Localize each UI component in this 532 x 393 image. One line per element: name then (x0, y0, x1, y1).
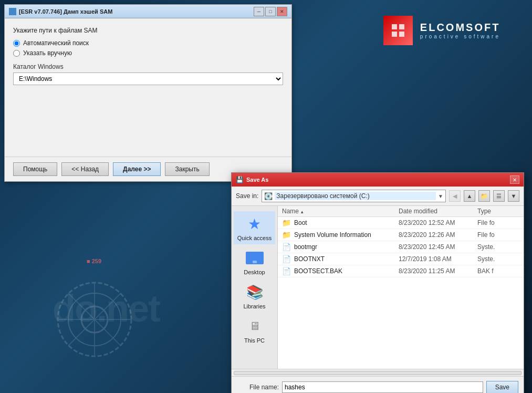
table-row[interactable]: 📁System Volume Information8/23/2020 12:2… (278, 229, 524, 241)
esr-back-button[interactable]: << Назад (61, 162, 109, 176)
saveas-filelist: 📁Boot8/23/2020 12:52 AMFile fo📁System Vo… (278, 217, 524, 369)
saveas-bottom: File name: Save Save as type: Текстовый … (232, 376, 524, 393)
scrollbar-track (234, 371, 521, 375)
svg-rect-0 (392, 24, 397, 29)
saveas-location-text: Зарезервировано системой (С:) (275, 192, 436, 200)
esr-maximize-button[interactable]: □ (265, 7, 276, 16)
file-name: BOOTNXT (294, 255, 399, 263)
saveas-filelist-container: Name Date modified Type 📁Boot8/23/2020 1… (278, 206, 524, 369)
saveas-title: Save As (246, 177, 268, 183)
saveas-location-dropdown-icon: ▼ (438, 193, 443, 199)
saveas-filename-label: File name: (237, 384, 279, 391)
table-row[interactable]: 📄bootmgr8/23/2020 12:45 AMSyste. (278, 241, 524, 253)
svg-rect-2 (392, 32, 397, 37)
saveas-up-button[interactable]: ▲ (464, 190, 475, 202)
esr-window-buttons: ─ □ ✕ (254, 7, 287, 16)
esr-title: [ESR v7.07.746] Дамп хэшей SAM (9, 8, 112, 15)
svg-rect-1 (399, 24, 404, 29)
esr-spacer (13, 85, 283, 148)
file-name: System Volume Information (294, 231, 399, 239)
table-row[interactable]: 📄BOOTSECT.BAK8/23/2020 11:25 AMBAK f (278, 265, 524, 277)
saveas-sidebar-quickaccess[interactable]: ★ Quick access (234, 211, 275, 244)
file-date: 8/23/2020 12:45 AM (399, 243, 477, 251)
esr-dialog: [ESR v7.07.746] Дамп хэшей SAM ─ □ ✕ Ука… (4, 4, 292, 182)
logo-icon (383, 16, 413, 45)
brand-name: ELCOMSOFT (420, 22, 500, 34)
saveas-back-button[interactable]: ◀ (449, 190, 461, 202)
saveas-title-left: 💾 Save As (236, 176, 268, 183)
saveas-close-button[interactable]: ✕ (510, 175, 519, 184)
libraries-icon: 📚 (245, 283, 264, 302)
col-type-header[interactable]: Type (477, 208, 519, 215)
table-row[interactable]: 📄BOOTNXT12/7/2019 1:08 AMSyste. (278, 253, 524, 265)
saveas-hscrollbar[interactable] (232, 369, 524, 376)
esr-next-button[interactable]: Далее >> (113, 162, 161, 176)
radio-auto-label: Автоматический поиск (23, 39, 89, 47)
esr-section-label: Укажите пути к файлам SAM (13, 27, 283, 34)
esr-catalog-label: Каталог Windows (13, 63, 283, 70)
col-name-header[interactable]: Name (282, 208, 399, 215)
quick-access-icon: ★ (245, 214, 264, 233)
esr-catalog-select[interactable]: E:\Windows (13, 73, 283, 85)
file-name: BOOTSECT.BAK (294, 267, 399, 275)
saveas-sidebar: ★ Quick access Desktop 📚 Libraries (232, 206, 278, 369)
esr-radio-group: Автоматический поиск Указать вручную (13, 39, 283, 57)
file-name: Boot (294, 219, 399, 226)
libraries-label: Libraries (243, 303, 265, 309)
saveas-location-drive-icon: 💽 (264, 192, 273, 200)
saveas-toolbar: Save in: 💽 Зарезервировано системой (С:)… (232, 187, 524, 206)
saveas-save-button[interactable]: Save (486, 381, 518, 393)
radio-manual-input[interactable] (13, 50, 20, 57)
saveas-app-icon: 💾 (236, 176, 244, 183)
saveas-view-dropdown[interactable]: ▼ (508, 190, 519, 202)
file-date: 8/23/2020 12:26 AM (399, 231, 477, 239)
file-date: 8/23/2020 12:52 AM (399, 219, 477, 226)
table-row[interactable]: 📁Boot8/23/2020 12:52 AMFile fo (278, 217, 524, 229)
this-pc-label: This PC (244, 337, 265, 344)
saveas-filename-row: File name: Save (237, 381, 518, 393)
radio-manual-item[interactable]: Указать вручную (13, 49, 283, 57)
file-type: File fo (477, 219, 519, 226)
esr-app-icon (9, 8, 16, 15)
file-icon: 📁 (282, 231, 291, 239)
this-pc-icon: 🖥 (245, 317, 264, 336)
brand-tagline: proactive software (420, 34, 500, 39)
saveas-filename-input[interactable] (282, 381, 483, 393)
saveas-dialog: 💾 Save As ✕ Save in: 💽 Зарезервировано с… (231, 172, 524, 393)
esr-close-dialog-button[interactable]: Закрыть (165, 162, 209, 176)
saveas-titlebar: 💾 Save As ✕ (232, 173, 524, 187)
esr-titlebar: [ESR v7.07.746] Дамп хэшей SAM ─ □ ✕ (5, 5, 291, 18)
file-type: Syste. (477, 243, 519, 251)
esr-minimize-button[interactable]: ─ (254, 7, 264, 16)
radio-auto-input[interactable] (13, 40, 20, 47)
radio-manual-label: Указать вручную (23, 49, 72, 57)
esr-help-button[interactable]: Помощь (13, 162, 57, 176)
saveas-location-box[interactable]: 💽 Зарезервировано системой (С:) ▼ (262, 190, 446, 202)
file-icon: 📄 (282, 267, 291, 275)
quick-access-label: Quick access (237, 235, 272, 241)
desktop-icon (245, 249, 264, 267)
radio-auto-item[interactable]: Автоматический поиск (13, 39, 283, 47)
saveas-sidebar-thispc[interactable]: 🖥 This PC (234, 314, 275, 347)
esr-close-button[interactable]: ✕ (277, 7, 287, 16)
saveas-new-folder-button[interactable]: 📁 (478, 190, 490, 202)
saveas-savein-label: Save in: (236, 192, 258, 200)
saveas-main-area: ★ Quick access Desktop 📚 Libraries (232, 206, 524, 369)
file-icon: 📁 (282, 219, 291, 227)
file-icon: 📄 (282, 243, 291, 251)
esr-body: Укажите пути к файлам SAM Автоматический… (5, 18, 291, 157)
col-date-header[interactable]: Date modified (399, 208, 477, 215)
desktop-label: Desktop (244, 269, 265, 275)
logo-text-block: ELCOMSOFT proactive software (420, 22, 500, 39)
saveas-action-buttons: Save (486, 381, 518, 393)
saveas-sidebar-libraries[interactable]: 📚 Libraries (234, 280, 275, 313)
esr-catalog-row: E:\Windows (13, 73, 283, 85)
badge-259: ■ 259 (87, 258, 101, 264)
elcomsoft-logo: ELCOMSOFT proactive software (383, 16, 500, 45)
file-date: 12/7/2019 1:08 AM (399, 255, 477, 263)
svg-rect-3 (399, 32, 404, 37)
saveas-sidebar-desktop[interactable]: Desktop (234, 245, 275, 278)
file-name: bootmgr (294, 243, 399, 251)
saveas-view-button[interactable]: ☰ (493, 190, 505, 202)
file-type: Syste. (477, 255, 519, 263)
